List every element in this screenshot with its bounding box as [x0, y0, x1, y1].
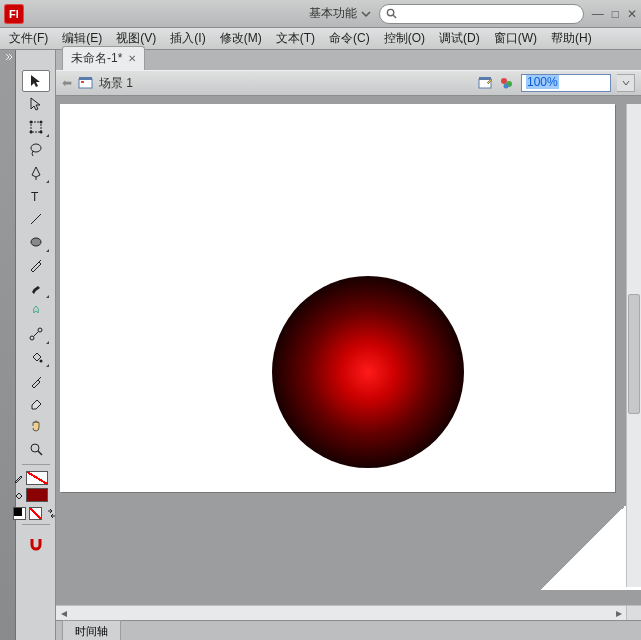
stroke-color-swatch[interactable]	[26, 471, 48, 485]
timeline-label: 时间轴	[62, 620, 121, 641]
svg-point-7	[31, 144, 41, 152]
eyedropper-tool[interactable]	[22, 369, 50, 391]
svg-line-13	[33, 332, 38, 337]
zoom-dropdown[interactable]	[617, 74, 635, 92]
free-transform-tool[interactable]	[22, 116, 50, 138]
scrollbar-thumb[interactable]	[628, 294, 640, 414]
svg-text:T: T	[31, 190, 39, 204]
timeline-panel[interactable]: 时间轴	[56, 620, 641, 640]
menu-commands[interactable]: 命令(C)	[322, 28, 377, 49]
document-tabs: 未命名-1* ✕	[56, 50, 641, 70]
svg-line-16	[38, 451, 42, 455]
bone-tool[interactable]	[22, 323, 50, 345]
svg-point-6	[39, 131, 42, 134]
menu-help[interactable]: 帮助(H)	[544, 28, 599, 49]
svg-point-3	[29, 121, 32, 124]
svg-line-1	[393, 15, 396, 18]
menu-window[interactable]: 窗口(W)	[487, 28, 544, 49]
color-swatches	[13, 471, 58, 520]
rectangle-tool[interactable]	[22, 231, 50, 253]
fill-bucket-icon	[13, 490, 24, 501]
panel-collapse-button[interactable]	[0, 50, 16, 640]
workspace-switcher[interactable]: 基本功能	[309, 5, 371, 22]
toolbox: T	[16, 50, 56, 640]
svg-point-0	[387, 9, 393, 15]
svg-rect-19	[81, 81, 84, 83]
fill-color-swatch[interactable]	[26, 488, 48, 502]
svg-point-24	[504, 84, 509, 89]
svg-rect-21	[479, 77, 491, 80]
svg-rect-17	[79, 79, 92, 88]
subselection-tool[interactable]	[22, 93, 50, 115]
vertical-scrollbar[interactable]	[626, 104, 641, 587]
lasso-tool[interactable]	[22, 139, 50, 161]
selection-tool[interactable]	[22, 70, 50, 92]
svg-point-14	[39, 360, 42, 363]
svg-point-4	[39, 121, 42, 124]
close-tab-icon[interactable]: ✕	[128, 53, 136, 64]
chevron-down-icon	[622, 79, 630, 87]
default-colors-button[interactable]	[13, 507, 26, 520]
scroll-corner	[626, 605, 641, 620]
svg-rect-18	[79, 77, 92, 80]
menu-control[interactable]: 控制(O)	[377, 28, 432, 49]
page-curl-decoration	[531, 500, 641, 590]
maximize-button[interactable]: □	[612, 7, 619, 21]
svg-point-22	[501, 78, 507, 84]
edit-scene-icon[interactable]	[477, 75, 493, 91]
document-tab[interactable]: 未命名-1* ✕	[62, 46, 145, 70]
chevron-left-icon	[4, 53, 12, 61]
line-tool[interactable]	[22, 208, 50, 230]
horizontal-scrollbar[interactable]: ◂ ▸	[56, 605, 626, 620]
svg-line-9	[31, 214, 41, 224]
menu-debug[interactable]: 调试(D)	[432, 28, 487, 49]
pen-tool[interactable]	[22, 162, 50, 184]
paint-bucket-tool[interactable]	[22, 346, 50, 368]
oval-shape[interactable]	[272, 276, 464, 468]
close-button[interactable]: ✕	[627, 7, 637, 21]
zoom-tool[interactable]	[22, 438, 50, 460]
text-tool[interactable]: T	[22, 185, 50, 207]
title-bar: Fl 基本功能 — □ ✕	[0, 0, 641, 28]
svg-point-10	[31, 238, 41, 246]
svg-point-15	[31, 444, 39, 452]
chevron-down-icon	[361, 9, 371, 19]
menu-insert[interactable]: 插入(I)	[163, 28, 212, 49]
menu-text[interactable]: 文本(T)	[269, 28, 322, 49]
no-color-button[interactable]	[29, 507, 42, 520]
zoom-input[interactable]: 100%	[521, 74, 611, 92]
pencil-tool[interactable]	[22, 254, 50, 276]
eraser-tool[interactable]	[22, 392, 50, 414]
edit-toolbar: ⬅ 场景 1 100%	[56, 70, 641, 96]
svg-point-11	[30, 336, 34, 340]
scroll-left-button[interactable]: ◂	[56, 606, 71, 620]
svg-point-5	[29, 131, 32, 134]
search-icon	[386, 8, 397, 19]
document-tab-label: 未命名-1*	[71, 50, 122, 67]
svg-point-12	[38, 328, 42, 332]
zoom-value: 100%	[526, 75, 559, 89]
search-input[interactable]	[379, 4, 584, 24]
scroll-right-button[interactable]: ▸	[611, 606, 626, 620]
app-icon: Fl	[4, 4, 24, 24]
canvas-area: ◂ ▸ 时间轴	[56, 96, 641, 640]
scene-label: 场景 1	[99, 75, 133, 92]
snap-icon[interactable]	[27, 535, 45, 553]
menu-modify[interactable]: 修改(M)	[213, 28, 269, 49]
stroke-pencil-icon	[13, 473, 24, 484]
scene-icon	[78, 76, 93, 90]
deco-tool[interactable]	[22, 300, 50, 322]
menu-file[interactable]: 文件(F)	[2, 28, 55, 49]
brush-tool[interactable]	[22, 277, 50, 299]
symbol-icon[interactable]	[499, 75, 515, 91]
minimize-button[interactable]: —	[592, 7, 604, 21]
back-button[interactable]: ⬅	[62, 76, 72, 90]
svg-rect-2	[31, 122, 41, 132]
workspace-label: 基本功能	[309, 5, 357, 22]
hand-tool[interactable]	[22, 415, 50, 437]
